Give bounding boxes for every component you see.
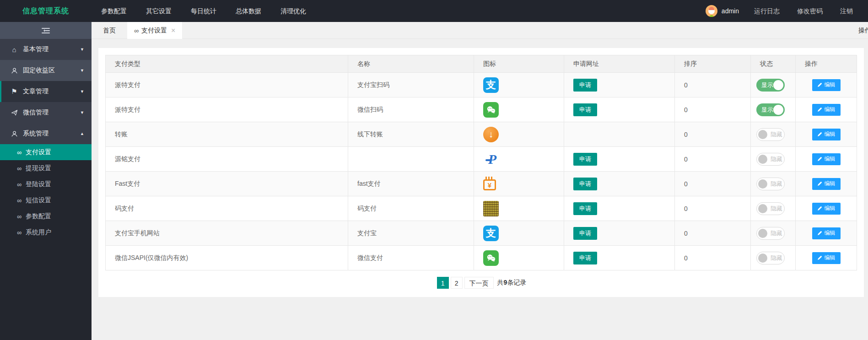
edit-button[interactable]: 编辑 [812, 153, 841, 165]
user-icon [10, 67, 19, 74]
sidebar-item[interactable]: ⌂ 基本管理 ▼ [0, 39, 92, 60]
edit-button[interactable]: 编辑 [812, 178, 841, 190]
table-row: 派特支付 支付宝扫码 支 申请 0 显示 [106, 73, 857, 97]
sidebar-item[interactable]: ⚑ 文章管理 ▼ [0, 81, 92, 102]
pay-p-icon: P [483, 155, 499, 162]
cell-sort: 0 [675, 73, 751, 97]
apply-button[interactable]: 申请 [573, 202, 597, 215]
status-toggle[interactable]: 隐藏 [756, 227, 785, 240]
cell-pay-name [348, 147, 474, 172]
page-button[interactable]: 2 [451, 277, 463, 289]
qr-cat-icon [483, 204, 499, 211]
header-right-item[interactable]: 修改密码 [788, 0, 831, 22]
cell-sort: 0 [675, 172, 751, 196]
status-toggle[interactable]: 隐藏 [756, 128, 785, 141]
next-page-button[interactable]: 下一页 [464, 277, 494, 289]
edit-button[interactable]: 编辑 [812, 129, 841, 140]
sidebar-subitem[interactable]: ∞ 系统用户 [0, 224, 92, 240]
status-toggle[interactable]: 隐藏 [756, 153, 785, 166]
pencil-icon [817, 132, 822, 137]
table-row: 源铭支付 P 申请 0 [106, 147, 857, 172]
table-row: 支付宝手机网站 支付宝 支 申请 0 [106, 221, 857, 246]
tab-operations-button[interactable]: 操作 [858, 22, 868, 39]
pencil-icon [817, 255, 822, 260]
sidebar-subitem[interactable]: ∞ 参数配置 [0, 208, 92, 224]
close-icon[interactable]: × [171, 27, 175, 34]
sidebar-item[interactable]: 微信管理 ▼ [0, 102, 92, 123]
tab[interactable]: 首页 [92, 22, 127, 39]
sidebar-subitem-label: 系统用户 [26, 228, 51, 237]
sidebar-subitem[interactable]: ∞ 登陆设置 [0, 176, 92, 192]
cell-edit: 编辑 [796, 122, 857, 147]
cell-edit: 编辑 [796, 73, 857, 97]
header-right-item[interactable]: 注销 [831, 0, 862, 22]
edit-button[interactable]: 编辑 [812, 203, 841, 215]
table-row: 转账 线下转账 ↓ 0 [106, 122, 857, 147]
toggle-knob [773, 80, 783, 90]
chevron-down-icon: ▼ [80, 68, 84, 73]
tab[interactable]: ∞ 支付设置 × [127, 22, 183, 39]
pencil-icon [817, 157, 822, 162]
sidebar-collapse-button[interactable] [0, 22, 92, 39]
sidebar-item[interactable]: 固定收益区 ▼ [0, 60, 92, 81]
sidebar-subitem-label: 登陆设置 [26, 180, 51, 189]
apply-button[interactable]: 申请 [573, 252, 597, 264]
cell-status: 显示 [751, 97, 796, 122]
cell-pay-icon: 支 [474, 221, 564, 246]
cell-apply: 申请 [564, 147, 675, 172]
top-nav-item[interactable]: 每日统计 [181, 0, 226, 22]
top-nav-item[interactable]: 其它设置 [136, 0, 181, 22]
status-toggle[interactable]: 隐藏 [756, 252, 785, 264]
pencil-icon [817, 82, 822, 87]
column-header: 支付类型 [106, 55, 348, 73]
pencil-icon [817, 231, 822, 236]
status-toggle[interactable]: 隐藏 [756, 178, 785, 190]
sidebar-item-label: 系统管理 [23, 130, 49, 138]
cell-apply: 申请 [564, 73, 675, 97]
cell-sort: 0 [675, 196, 751, 221]
cell-pay-type: 支付宝手机网站 [106, 221, 348, 246]
cell-apply: 申请 [564, 221, 675, 246]
fast-pay-icon: ¥ [483, 179, 496, 187]
column-header: 名称 [348, 55, 474, 73]
top-nav-item[interactable]: 清理优化 [271, 0, 316, 22]
tab-label: 支付设置 [141, 27, 167, 35]
column-header: 状态 [751, 55, 796, 73]
edit-button[interactable]: 编辑 [812, 227, 841, 239]
top-nav-item[interactable]: 总体数据 [226, 0, 271, 22]
apply-button[interactable]: 申请 [573, 178, 597, 190]
cell-sort: 0 [675, 97, 751, 122]
apply-button[interactable]: 申请 [573, 103, 597, 116]
cell-pay-icon [474, 196, 564, 221]
cell-status: 隐藏 [751, 246, 796, 270]
cell-apply: 申请 [564, 97, 675, 122]
edit-button[interactable]: 编辑 [812, 104, 841, 116]
user-menu[interactable]: admin [699, 5, 745, 17]
cell-pay-name: 线下转账 [348, 122, 474, 147]
top-nav-item[interactable]: 参数配置 [92, 0, 136, 22]
apply-button[interactable]: 申请 [573, 227, 597, 240]
table-body: 派特支付 支付宝扫码 支 申请 0 显示 [106, 73, 857, 270]
edit-button[interactable]: 编辑 [812, 252, 841, 264]
header-right-item[interactable]: 运行日志 [745, 0, 788, 22]
link-icon: ∞ [17, 229, 22, 236]
apply-button[interactable]: 申请 [573, 153, 597, 166]
status-toggle[interactable]: 显示 [756, 103, 785, 116]
apply-button[interactable]: 申请 [573, 79, 597, 92]
cell-pay-icon: 支 [474, 73, 564, 97]
sidebar-subitem[interactable]: ∞ 支付设置 [0, 144, 92, 160]
edit-button[interactable]: 编辑 [812, 79, 841, 91]
page-button[interactable]: 1 [437, 277, 449, 289]
cell-apply: 申请 [564, 172, 675, 196]
status-toggle[interactable]: 显示 [756, 79, 785, 92]
toggle-knob [758, 229, 767, 238]
pencil-icon [817, 181, 822, 186]
sidebar-subitem[interactable]: ∞ 提现设置 [0, 160, 92, 176]
status-toggle[interactable]: 隐藏 [756, 202, 785, 215]
download-icon: ↓ [483, 130, 499, 137]
sidebar-item[interactable]: 系统管理 ▲ [0, 123, 92, 144]
sidebar-filler [0, 240, 92, 340]
header-right: admin 运行日志修改密码注销 [699, 0, 868, 22]
sidebar-subitem[interactable]: ∞ 短信设置 [0, 192, 92, 208]
cell-pay-icon: P [474, 147, 564, 172]
